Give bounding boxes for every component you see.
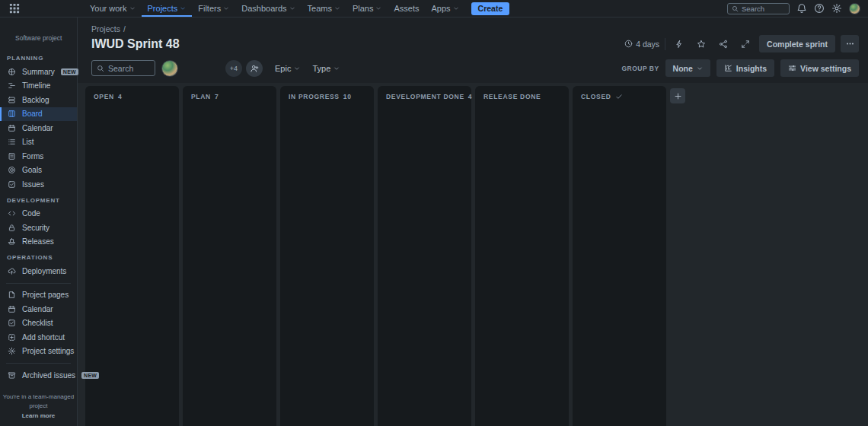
sidebar-item-project-settings[interactable]: Project settings — [0, 345, 77, 359]
sprint-actions: 4 days Complete sprint — [624, 35, 859, 52]
lightning-bolt-icon — [675, 40, 684, 49]
view-settings-button[interactable]: View settings — [780, 59, 859, 77]
sidebar-section-development: DEVELOPMENT — [0, 192, 77, 207]
project-type-label: Software project — [0, 28, 77, 49]
settings-gear-icon[interactable] — [831, 3, 842, 14]
nav-item-teams[interactable]: Teams — [302, 0, 346, 17]
expand-icon — [741, 40, 750, 49]
chevron-down-icon — [129, 5, 136, 11]
profile-avatar[interactable] — [849, 3, 860, 14]
add-people-button[interactable] — [246, 60, 263, 77]
sidebar-item-deployments[interactable]: Deployments — [0, 264, 77, 278]
nav-item-dashboards[interactable]: Dashboards — [235, 0, 301, 17]
column-header: OPEN 4 — [94, 93, 171, 100]
plus-icon — [674, 92, 682, 100]
sidebar-item-releases[interactable]: Releases — [0, 235, 77, 250]
sidebar-divider — [6, 363, 71, 364]
issues-icon — [8, 180, 16, 189]
insights-button[interactable]: Insights — [716, 59, 774, 77]
search-icon — [732, 5, 739, 12]
nav-item-your-work[interactable]: Your work — [84, 0, 142, 17]
sidebar-item-checklist[interactable]: Checklist — [0, 316, 77, 331]
share-button[interactable] — [715, 36, 732, 52]
column-header: CLOSED — [581, 93, 658, 100]
global-search-input[interactable]: Search — [727, 3, 790, 14]
epic-filter-dropdown[interactable]: Epic — [275, 64, 300, 73]
chevron-down-icon — [334, 5, 340, 11]
title-row: IWUD Sprint 48 4 days Complete sprint — [91, 35, 859, 52]
column-name: CLOSED — [581, 93, 611, 100]
board-icon — [8, 110, 16, 118]
notifications-icon[interactable] — [796, 3, 807, 14]
main-nav-menu: Your work Projects Filters Dashboards Te… — [84, 0, 509, 17]
sidebar-item-summary[interactable]: SummaryNEW — [0, 65, 77, 79]
nav-item-filters[interactable]: Filters — [192, 0, 235, 17]
type-filter-dropdown[interactable]: Type — [312, 64, 340, 73]
sidebar-divider — [6, 283, 71, 284]
board-column-plan[interactable]: PLAN 7 — [183, 86, 276, 426]
sidebar-item-goals[interactable]: Goals — [0, 164, 77, 178]
automation-button[interactable] — [671, 36, 688, 52]
create-button[interactable]: Create — [471, 2, 510, 15]
sprint-days-remaining[interactable]: 4 days — [624, 40, 659, 49]
fullscreen-button[interactable] — [737, 36, 754, 52]
add-shortcut-icon — [8, 333, 16, 342]
new-badge: NEW — [61, 68, 78, 75]
sidebar-item-forms[interactable]: Forms — [0, 149, 77, 164]
column-count: 4 — [468, 93, 472, 100]
sidebar-item-timeline[interactable]: Timeline — [0, 79, 77, 94]
sidebar-item-issues[interactable]: Issues — [0, 177, 77, 192]
board-column-closed[interactable]: CLOSED — [573, 86, 666, 426]
sidebar-item-add-shortcut[interactable]: Add shortcut — [0, 330, 77, 345]
group-by-label: GROUP BY — [621, 65, 659, 72]
sidebar-section-planning: PLANNING — [0, 49, 77, 65]
nav-item-assets[interactable]: Assets — [388, 0, 425, 17]
sidebar-item-archived-issues[interactable]: Archived issuesNEW — [0, 368, 77, 383]
board-column-release-done[interactable]: RELEASE DONE — [475, 86, 569, 426]
board-column-in-progress[interactable]: IN PROGRESS 10 — [280, 86, 374, 426]
app-switcher-icon[interactable] — [9, 3, 20, 14]
star-button[interactable] — [693, 36, 710, 52]
column-header: PLAN 7 — [191, 93, 268, 100]
column-name: OPEN — [94, 93, 114, 100]
breadcrumb-separator: / — [123, 24, 126, 33]
chevron-down-icon — [375, 5, 381, 11]
nav-item-apps[interactable]: Apps — [426, 0, 465, 17]
breadcrumb-projects-link[interactable]: Projects — [91, 24, 120, 33]
sidebar-item-board[interactable]: Board — [0, 107, 77, 122]
person-add-icon — [250, 64, 259, 73]
board-column-open[interactable]: OPEN 4 — [85, 86, 179, 426]
add-column-button[interactable] — [670, 88, 685, 103]
board-search-input[interactable]: Search — [91, 60, 155, 76]
nav-item-plans[interactable]: Plans — [346, 0, 388, 17]
learn-more-link[interactable]: Learn more — [0, 412, 77, 421]
chevron-down-icon — [697, 65, 703, 72]
sidebar-item-list[interactable]: List — [0, 135, 77, 150]
help-icon[interactable] — [814, 3, 825, 14]
column-count: 4 — [118, 93, 122, 100]
team-managed-label: You're in a team-managed project — [0, 393, 77, 412]
sidebar-item-security[interactable]: Security — [0, 221, 77, 235]
group-by-dropdown[interactable]: None — [665, 59, 710, 77]
complete-sprint-button[interactable]: Complete sprint — [759, 35, 835, 52]
sidebar-section-operations: OPERATIONS — [0, 249, 77, 264]
chevron-down-icon — [289, 5, 295, 11]
more-options-button[interactable] — [841, 35, 859, 52]
column-header: DEVELOPMENT DONE 4 — [386, 93, 463, 100]
sidebar-item-backlog[interactable]: Backlog — [0, 93, 77, 107]
nav-item-projects[interactable]: Projects — [142, 0, 193, 17]
sidebar-item-calendar[interactable]: Calendar — [0, 121, 77, 135]
sidebar-item-project-pages[interactable]: Project pages — [0, 288, 77, 303]
checklist-icon — [8, 319, 16, 327]
list-icon — [8, 138, 16, 146]
lock-icon — [8, 224, 16, 232]
member-avatar[interactable] — [161, 60, 178, 77]
project-sidebar: Software project PLANNING SummaryNEW Tim… — [0, 17, 78, 426]
sidebar-item-code[interactable]: Code — [0, 207, 77, 221]
backlog-icon — [8, 96, 16, 104]
avatar-overflow-count[interactable]: +4 — [225, 60, 242, 77]
breadcrumb: Projects / — [91, 24, 859, 33]
sidebar-item-calendar-app[interactable]: Calendar — [0, 302, 77, 316]
board-column-development-done[interactable]: DEVELOPMENT DONE 4 — [378, 86, 471, 426]
board-toolbar: Search +4 Epic Type GROUP BY None — [78, 52, 868, 83]
